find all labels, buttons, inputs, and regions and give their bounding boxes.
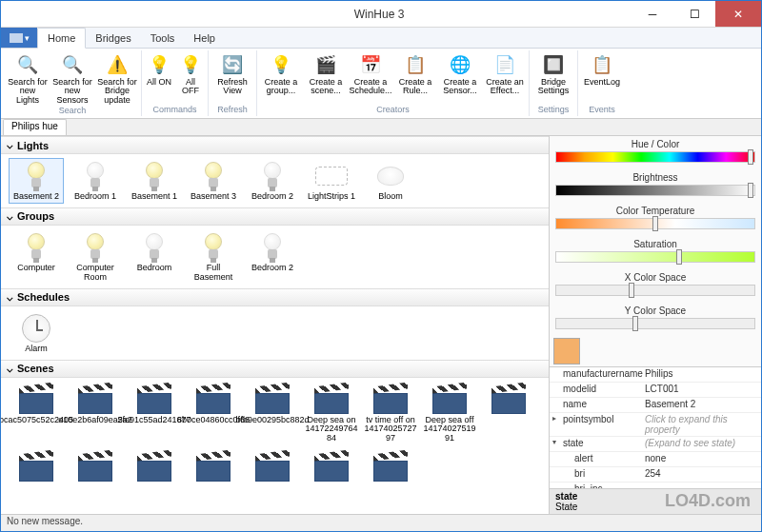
- section-header-lights[interactable]: Lights: [1, 136, 549, 154]
- property-row[interactable]: modelidLCT001: [550, 383, 761, 398]
- section-header-scenes[interactable]: Scenes: [1, 360, 549, 378]
- slider-thumb[interactable]: [652, 216, 658, 231]
- list-item-label: bfb9e00295bc882d: [235, 416, 309, 425]
- list-item[interactable]: e10e2b6af09ea5a2: [68, 382, 123, 446]
- ribbon-button[interactable]: 📅Create a Schedule...: [350, 51, 391, 97]
- list-item[interactable]: [245, 449, 300, 485]
- slider-track[interactable]: [555, 318, 755, 329]
- property-row[interactable]: pointsymbolClick to expand this property: [550, 413, 761, 437]
- list-item[interactable]: [9, 449, 64, 485]
- app-menu-button[interactable]: [1, 28, 37, 48]
- property-row[interactable]: alertnone: [550, 452, 761, 467]
- ribbon-button[interactable]: 🔍Search for new Lights: [7, 51, 49, 106]
- ribbon-button[interactable]: 🎬Create a scene...: [305, 51, 347, 97]
- slider-track[interactable]: [555, 251, 755, 263]
- list-item[interactable]: [127, 449, 182, 485]
- slider-sat: Saturation: [550, 236, 761, 269]
- slider-track[interactable]: [555, 285, 755, 296]
- ribbon-button[interactable]: 🔲Bridge Settings: [532, 51, 574, 97]
- slider-thumb[interactable]: [676, 249, 682, 265]
- list-item[interactable]: LightStrips 1: [304, 158, 359, 204]
- menubar: HomeBridgesToolsHelp: [1, 28, 761, 49]
- property-key: pointsymbol: [550, 413, 641, 436]
- property-value[interactable]: none: [641, 452, 761, 466]
- ribbon-button[interactable]: 📄Create an Effect...: [484, 51, 526, 97]
- slider-thumb[interactable]: [748, 149, 753, 165]
- section-header-schedules[interactable]: Schedules: [1, 288, 549, 306]
- main-list-pane[interactable]: LightsBasement 2Bedroom 1Basement 1Basem…: [1, 136, 550, 514]
- minimize-button[interactable]: [632, 1, 673, 27]
- clapperboard-icon: [78, 451, 112, 483]
- list-item[interactable]: Bloom: [363, 158, 418, 204]
- list-item[interactable]: 8b0ce04860cc0f66: [186, 382, 241, 446]
- list-item[interactable]: Basement 3: [186, 158, 241, 204]
- ribbon-button[interactable]: 💡Create a group...: [260, 51, 302, 97]
- ribbon: 🔍Search for new Lights🔍Search for new Se…: [1, 49, 761, 119]
- clapperboard-icon: [137, 451, 171, 483]
- list-item[interactable]: Bedroom 2: [245, 158, 300, 204]
- property-row[interactable]: manufacturernamePhilips: [550, 367, 761, 383]
- ribbon-button[interactable]: 💡All OFF: [176, 51, 205, 97]
- menu-tab-bridges[interactable]: Bridges: [86, 28, 140, 48]
- menu-tab-home[interactable]: Home: [37, 28, 86, 49]
- slider-hue: Hue / Color: [550, 136, 761, 169]
- list-item[interactable]: 2fe91c55ad241677: [127, 382, 182, 446]
- list-item[interactable]: bcac5075c52c2405: [9, 382, 64, 446]
- ribbon-button[interactable]: 📋EventLog: [581, 51, 623, 88]
- ribbon-button[interactable]: 📋Create a Rule...: [394, 51, 436, 97]
- slider-thumb[interactable]: [632, 316, 638, 331]
- maximize-button[interactable]: [673, 1, 715, 27]
- slider-track[interactable]: [555, 151, 755, 163]
- property-key: name: [550, 398, 641, 412]
- ribbon-button[interactable]: 🌐Create a Sensor...: [439, 51, 481, 97]
- list-item[interactable]: Basement 2: [9, 158, 64, 204]
- ribbon-button[interactable]: 🔄Refresh View: [211, 51, 253, 97]
- menu-tab-help[interactable]: Help: [184, 28, 225, 48]
- ribbon-button-label: Search for Bridge update: [97, 78, 137, 105]
- property-value[interactable]: Click to expand this property: [641, 413, 761, 436]
- property-value[interactable]: Philips: [641, 367, 761, 382]
- slider-thumb[interactable]: [629, 283, 634, 298]
- list-item[interactable]: Deep sea on 14172249764 84: [304, 382, 359, 446]
- list-item[interactable]: bfb9e00295bc882d: [245, 382, 300, 446]
- close-button[interactable]: [715, 1, 761, 27]
- list-item[interactable]: tv time off on 14174025727 97: [363, 382, 418, 446]
- list-item[interactable]: [304, 449, 359, 485]
- property-value[interactable]: Basement 2: [641, 398, 761, 412]
- property-value[interactable]: LCT001: [641, 383, 761, 397]
- property-value[interactable]: (Expand to see state): [641, 437, 761, 451]
- property-grid[interactable]: manufacturernamePhilipsmodelidLCT001name…: [550, 366, 761, 488]
- slider-track[interactable]: [555, 218, 755, 229]
- list-item-label: Computer: [17, 264, 55, 273]
- list-item-label: Bedroom: [137, 264, 172, 273]
- property-row[interactable]: bri254: [550, 467, 761, 483]
- list-item[interactable]: Bedroom 1: [68, 158, 123, 204]
- section-header-groups[interactable]: Groups: [1, 207, 549, 226]
- property-value[interactable]: 254: [641, 467, 761, 482]
- list-item[interactable]: Basement 1: [127, 158, 182, 204]
- property-row[interactable]: state(Expand to see state): [550, 437, 761, 452]
- ribbon-button-label: Search for new Sensors: [52, 78, 92, 105]
- list-item[interactable]: Bedroom 2: [245, 229, 300, 285]
- ribbon-button[interactable]: 💡All ON: [145, 51, 173, 97]
- list-item[interactable]: Computer Room: [68, 229, 123, 285]
- bridge-tab[interactable]: Philips hue: [3, 119, 67, 135]
- list-item[interactable]: Deep sea off 14174027519 91: [422, 382, 477, 446]
- ribbon-button[interactable]: 🔍Search for new Sensors: [51, 51, 93, 106]
- list-item[interactable]: Full Basement: [186, 229, 241, 285]
- ribbon-button[interactable]: ⚠️Search for Bridge update: [96, 51, 138, 106]
- section-items-scenes: bcac5075c52c2405e10e2b6af09ea5a22fe91c55…: [1, 378, 549, 490]
- list-item[interactable]: [186, 449, 241, 485]
- clapperboard-icon: [432, 384, 467, 416]
- slider-track[interactable]: [555, 185, 755, 196]
- menu-tab-tools[interactable]: Tools: [141, 28, 185, 48]
- list-item[interactable]: [68, 449, 123, 485]
- list-item[interactable]: [363, 449, 418, 485]
- list-item[interactable]: Computer: [9, 229, 64, 285]
- property-grid-footer: state State: [550, 488, 761, 514]
- list-item[interactable]: Bedroom: [127, 229, 182, 285]
- property-row[interactable]: nameBasement 2: [550, 398, 761, 413]
- list-item[interactable]: [481, 382, 536, 446]
- list-item[interactable]: Alarm: [9, 310, 64, 356]
- slider-thumb[interactable]: [748, 183, 753, 198]
